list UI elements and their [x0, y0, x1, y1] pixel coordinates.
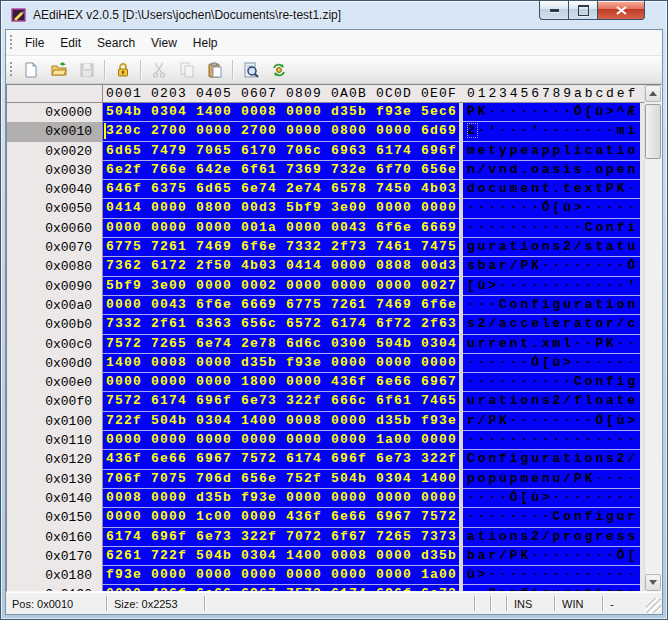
ascii-cell[interactable]: 2·'···'·······mi: [463, 122, 640, 141]
ascii-cell[interactable]: ······Ó[ù>······: [463, 354, 640, 373]
menu-view[interactable]: View: [143, 33, 185, 53]
hex-bytes-cell[interactable]: 722f 504b 0304 1400 0008 0000 d35b f93e: [102, 412, 459, 431]
scroll-up-button[interactable]: [645, 85, 661, 102]
address-label: 0x00e0: [7, 373, 102, 392]
hex-bytes-cell[interactable]: 0414 0000 0800 00d3 5bf9 3e00 0000 0000: [102, 199, 459, 218]
address-label: 0x0110: [7, 431, 102, 450]
hex-row: 0x0000 504b 0304 1400 0008 0000 d35b f93…: [7, 103, 644, 122]
ascii-cell[interactable]: ···········Confi: [463, 219, 640, 238]
ascii-cell[interactable]: ··Configurations: [463, 585, 640, 591]
hex-bytes-cell[interactable]: 7572 7265 6e74 2e78 6d6c 0300 504b 0304: [102, 335, 459, 354]
hex-row: 0x0120 436f 6e66 6967 7572 6174 696f 6e7…: [7, 450, 644, 469]
ascii-cell[interactable]: ations2/progress: [463, 528, 640, 547]
ascii-cell[interactable]: popupmenu/PK····: [463, 470, 640, 489]
menu-file[interactable]: File: [17, 33, 52, 53]
client-area: File Edit Search View Help: [5, 29, 663, 615]
ascii-cell[interactable]: ···Configuration: [463, 296, 640, 315]
hex-row: 0x00d0 1400 0008 0000 d35b f93e 0000 000…: [7, 354, 644, 373]
hex-rows: 0x0000 504b 0304 1400 0008 0000 d35b f93…: [7, 103, 644, 591]
ascii-cell[interactable]: r/PK········Ó[ù>: [463, 412, 640, 431]
hex-bytes-cell[interactable]: 0000 0000 0000 1800 0000 436f 6e66 6967: [102, 373, 459, 392]
ascii-cell[interactable]: ····Ó[ù>········: [463, 489, 640, 508]
ascii-cell[interactable]: ··········Config: [463, 373, 640, 392]
ascii-cell[interactable]: s2/accelerator/c: [463, 315, 640, 334]
scroll-down-button[interactable]: [645, 574, 661, 591]
open-file-button[interactable]: [46, 58, 72, 82]
ascii-cell[interactable]: ·······Ó[ù>·····: [463, 199, 640, 218]
toolbar-gripper[interactable]: [10, 62, 13, 78]
ascii-cell[interactable]: gurations2/statu: [463, 238, 640, 257]
new-file-button[interactable]: [18, 58, 44, 82]
hex-row: 0x0020 6d65 7479 7065 6170 706c 6963 617…: [7, 142, 644, 161]
hex-bytes-cell[interactable]: 320c 2700 0000 2700 0000 0800 0000 6d69: [102, 122, 459, 141]
hex-row: 0x00b0 7332 2f61 6363 656c 6572 6174 6f7…: [7, 315, 644, 334]
hex-bytes-cell[interactable]: 6d65 7479 7065 6170 706c 6963 6174 696f: [102, 142, 459, 161]
hex-bytes-cell[interactable]: 6775 7261 7469 6f6e 7332 2f73 7461 7475: [102, 238, 459, 257]
hex-bytes-cell[interactable]: 6e2f 766e 642e 6f61 7369 732e 6f70 656e: [102, 161, 459, 180]
status-insert-mode: INS: [508, 598, 554, 610]
hex-bytes-cell[interactable]: f93e 0000 0000 0000 0000 0000 0000 1a00: [102, 566, 459, 585]
paste-button[interactable]: [202, 58, 228, 82]
hex-bytes-cell[interactable]: 706f 7075 706d 656e 752f 504b 0304 1400: [102, 470, 459, 489]
hex-bytes-cell[interactable]: 5bf9 3e00 0000 0002 0000 0000 0000 0027: [102, 277, 459, 296]
ascii-cell[interactable]: ········Configur: [463, 508, 640, 527]
address-label: 0x00f0: [7, 392, 102, 411]
ascii-cell[interactable]: ················: [463, 431, 640, 450]
resize-grip[interactable]: [646, 598, 661, 613]
hex-bytes-cell[interactable]: 646f 6375 6d65 6e74 2e74 6578 7450 4b03: [102, 180, 459, 199]
minimize-button[interactable]: [539, 1, 569, 20]
hex-row: 0x0170 6261 722f 504b 0304 1400 0008 000…: [7, 547, 644, 566]
ascii-cell[interactable]: urations2/floate: [463, 392, 640, 411]
ascii-cell[interactable]: metypeapplicatio: [463, 142, 640, 161]
hex-bytes-cell[interactable]: 6261 722f 504b 0304 1400 0008 0000 d35b: [102, 547, 459, 566]
hex-bytes-cell[interactable]: 504b 0304 1400 0008 0000 d35b f93e 5ec6: [102, 103, 459, 122]
menubar-gripper[interactable]: [10, 35, 13, 51]
cut-button[interactable]: [146, 58, 172, 82]
minimize-icon: [550, 9, 559, 12]
ascii-cell[interactable]: document.textPK·: [463, 180, 640, 199]
hex-bytes-cell[interactable]: 0000 0000 1c00 0000 436f 6e66 6967 7572: [102, 508, 459, 527]
hex-bytes-cell[interactable]: 0000 0000 0000 001a 0000 0043 6f6e 6669: [102, 219, 459, 238]
address-label: 0x0160: [7, 528, 102, 547]
lock-icon: [115, 62, 131, 78]
ascii-cell[interactable]: ù>··············: [463, 566, 640, 585]
save-file-button[interactable]: [74, 58, 100, 82]
lock-button[interactable]: [110, 58, 136, 82]
ascii-cell[interactable]: bar/PK········Ó[: [463, 547, 640, 566]
scrollbar-thumb[interactable]: [645, 104, 661, 159]
search-button[interactable]: [238, 58, 264, 82]
titlebar[interactable]: AEdiHEX v2.0.5 [D:\Users\jochen\Document…: [1, 1, 667, 29]
ascii-cell[interactable]: sbar/PK········Ó: [463, 257, 640, 276]
hex-bytes-cell[interactable]: 0000 0043 6f6e 6669 6775 7261 7469 6f6e: [102, 296, 459, 315]
hex-bytes-cell[interactable]: 6174 696f 6e73 322f 7072 6f67 7265 7373: [102, 528, 459, 547]
menu-help[interactable]: Help: [185, 33, 226, 53]
ascii-cell[interactable]: Configurations2/: [463, 450, 640, 469]
vertical-scrollbar[interactable]: [644, 85, 661, 591]
close-button[interactable]: [598, 1, 645, 20]
hex-row: 0x00c0 7572 7265 6e74 2e78 6d6c 0300 504…: [7, 335, 644, 354]
hex-bytes-cell[interactable]: 0008 0000 d35b f93e 0000 0000 0000 0000: [102, 489, 459, 508]
address-label: 0x0010: [7, 122, 102, 141]
hex-bytes-cell[interactable]: 1400 0008 0000 d35b f93e 0000 0000 0000: [102, 354, 459, 373]
hex-row: 0x0030 6e2f 766e 642e 6f61 7369 732e 6f7…: [7, 161, 644, 180]
address-label: 0x0150: [7, 508, 102, 527]
hex-bytes-cell[interactable]: 7572 6174 696f 6e73 322f 666c 6f61 7465: [102, 392, 459, 411]
hex-bytes-cell[interactable]: 0000 436f 6e66 6967 7572 6174 696f 6e73: [102, 585, 459, 591]
window-title: AEdiHEX v2.0.5 [D:\Users\jochen\Document…: [33, 8, 341, 22]
replace-button[interactable]: [266, 58, 292, 82]
header-gutter: [7, 85, 102, 102]
hex-bytes-cell[interactable]: 7332 2f61 6363 656c 6572 6174 6f72 2f63: [102, 315, 459, 334]
hex-bytes-cell[interactable]: 7362 6172 2f50 4b03 0414 0000 0808 00d3: [102, 257, 459, 276]
menu-edit[interactable]: Edit: [52, 33, 89, 53]
ascii-cell[interactable]: [ù>············': [463, 277, 640, 296]
ascii-cell[interactable]: n/vnd.oasis.open: [463, 161, 640, 180]
hex-row: 0x0070 6775 7261 7469 6f6e 7332 2f73 746…: [7, 238, 644, 257]
ascii-cell[interactable]: PK········Ó[ù>^Æ: [463, 103, 640, 122]
ascii-cell[interactable]: urrent.xml··PK··: [463, 335, 640, 354]
menu-search[interactable]: Search: [89, 33, 143, 53]
hex-bytes-cell[interactable]: 0000 0000 0000 0000 0000 0000 1a00 0000: [102, 431, 459, 450]
hex-bytes-cell[interactable]: 436f 6e66 6967 7572 6174 696f 6e73 322f: [102, 450, 459, 469]
maximize-button[interactable]: [569, 1, 598, 20]
copy-button[interactable]: [174, 58, 200, 82]
arrow-up-icon: [649, 91, 657, 96]
